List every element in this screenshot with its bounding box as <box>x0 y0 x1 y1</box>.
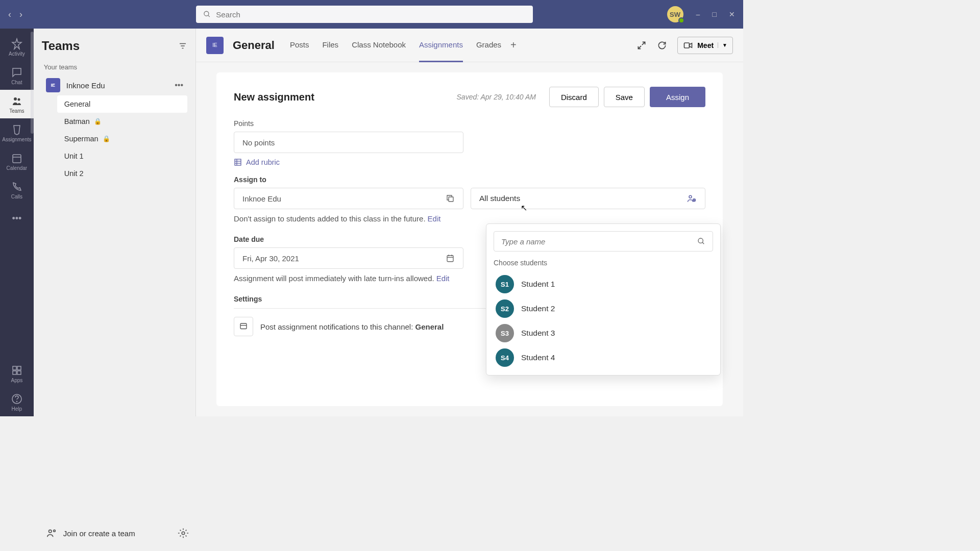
student-option[interactable]: S3Student 3 <box>494 321 713 345</box>
people-add-icon <box>687 193 697 204</box>
rail-assignments[interactable]: Assignments <box>0 118 34 147</box>
svg-point-34 <box>698 238 703 243</box>
svg-line-35 <box>702 242 704 244</box>
svg-rect-18 <box>684 43 690 48</box>
student-option[interactable]: S1Student 1 <box>494 272 713 296</box>
svg-rect-7 <box>17 366 21 370</box>
points-label: Points <box>234 119 705 128</box>
rail-teams[interactable]: Teams <box>0 90 34 118</box>
calendar-icon <box>446 254 455 263</box>
svg-rect-19 <box>235 159 241 165</box>
students-dropdown: Choose students S1Student 1S2Student 2S3… <box>486 223 721 375</box>
rail-activity[interactable]: Activity <box>0 33 34 61</box>
add-rubric-link[interactable]: Add rubric <box>234 158 280 166</box>
svg-rect-32 <box>240 323 247 329</box>
svg-line-1 <box>208 15 210 17</box>
nav-forward-icon[interactable]: › <box>19 9 22 20</box>
rail-more-icon[interactable]: ••• <box>0 204 34 233</box>
future-students-text: Don't assign to students added to this c… <box>234 214 463 223</box>
refresh-icon[interactable] <box>657 40 667 51</box>
teams-title: Teams <box>42 39 80 53</box>
notification-channel-icon <box>234 317 253 336</box>
rail-calls[interactable]: Calls <box>0 176 34 204</box>
svg-rect-6 <box>13 366 16 370</box>
date-due-input[interactable]: Fri, Apr 30, 2021 <box>234 247 463 269</box>
filter-icon[interactable] <box>178 41 187 51</box>
team-name: Inknoe Edu <box>66 81 168 90</box>
page-title: New assignment <box>234 91 314 103</box>
points-input[interactable]: No points <box>234 132 463 153</box>
close-icon[interactable]: ✕ <box>729 10 735 18</box>
rail-calendar[interactable]: Calendar <box>0 147 34 176</box>
tab-class-notebook[interactable]: Class Notebook <box>352 29 406 62</box>
section-your-teams: Your teams <box>44 63 187 71</box>
svg-point-2 <box>14 97 17 101</box>
tab-files[interactable]: Files <box>322 29 338 62</box>
save-button[interactable]: Save <box>604 87 645 107</box>
lock-icon: 🔒 <box>103 135 110 142</box>
minimize-icon[interactable]: ‒ <box>696 10 700 18</box>
avatar[interactable]: SW <box>667 6 683 22</box>
svg-rect-28 <box>447 256 453 262</box>
student-search-input[interactable] <box>501 237 697 246</box>
channel-title: General <box>233 39 275 52</box>
rail-help[interactable]: Help <box>0 388 34 416</box>
presence-available-icon <box>678 17 684 23</box>
svg-point-0 <box>204 11 209 16</box>
svg-rect-8 <box>13 371 16 374</box>
search-icon <box>203 10 211 18</box>
channel-item[interactable]: Unit 2 <box>57 165 187 182</box>
student-avatar: S2 <box>496 299 514 318</box>
student-option[interactable]: S2Student 2 <box>494 296 713 321</box>
svg-rect-23 <box>449 197 453 202</box>
team-avatar: IE <box>46 78 60 92</box>
lock-icon: 🔒 <box>94 118 102 125</box>
student-option[interactable]: S4Student 4 <box>494 345 713 370</box>
class-select[interactable]: Inknoe Edu <box>234 188 463 209</box>
maximize-icon[interactable]: □ <box>713 10 717 18</box>
chevron-down-icon[interactable]: ▼ <box>718 42 727 48</box>
expand-icon[interactable] <box>636 40 647 51</box>
svg-point-24 <box>689 195 692 198</box>
students-select[interactable]: All students <box>471 188 705 209</box>
svg-rect-9 <box>17 371 21 374</box>
student-avatar: S4 <box>496 348 514 367</box>
search-icon <box>697 237 705 245</box>
meet-button[interactable]: Meet ▼ <box>677 37 733 54</box>
tab-assignments[interactable]: Assignments <box>419 29 463 62</box>
discard-button[interactable]: Discard <box>549 87 599 107</box>
channel-item[interactable]: Unit 1 <box>57 147 187 165</box>
nav-back-icon[interactable]: ‹ <box>8 9 11 20</box>
copy-icon <box>446 194 455 203</box>
assign-to-label: Assign to <box>234 176 705 184</box>
svg-point-3 <box>17 98 20 101</box>
rail-chat[interactable]: Chat <box>0 61 34 90</box>
svg-rect-4 <box>13 155 21 163</box>
student-avatar: S1 <box>496 275 514 293</box>
edit-post-link[interactable]: Edit <box>436 274 450 283</box>
svg-point-11 <box>16 401 17 402</box>
search-box[interactable] <box>196 6 533 23</box>
edit-future-link[interactable]: Edit <box>428 214 441 223</box>
team-more-icon[interactable]: ••• <box>175 81 183 90</box>
channel-item[interactable]: Superman🔒 <box>57 130 187 147</box>
tab-posts[interactable]: Posts <box>290 29 309 62</box>
channel-item[interactable]: Batman🔒 <box>57 113 187 130</box>
choose-students-label: Choose students <box>494 259 713 267</box>
student-search-box[interactable] <box>494 231 713 252</box>
notification-text: Post assignment notifications to this ch… <box>260 322 444 331</box>
search-input[interactable] <box>216 10 526 19</box>
rail-apps[interactable]: Apps <box>0 359 34 388</box>
student-avatar: S3 <box>496 324 514 342</box>
channel-avatar: IE <box>206 37 224 54</box>
team-row[interactable]: IE Inknoe Edu ••• <box>42 75 187 95</box>
assign-button[interactable]: Assign <box>650 87 705 107</box>
saved-timestamp: Saved: Apr 29, 10:40 AM <box>457 93 536 101</box>
channel-item[interactable]: General <box>57 95 187 113</box>
add-tab-icon[interactable]: + <box>510 39 517 51</box>
tab-grades[interactable]: Grades <box>476 29 501 62</box>
